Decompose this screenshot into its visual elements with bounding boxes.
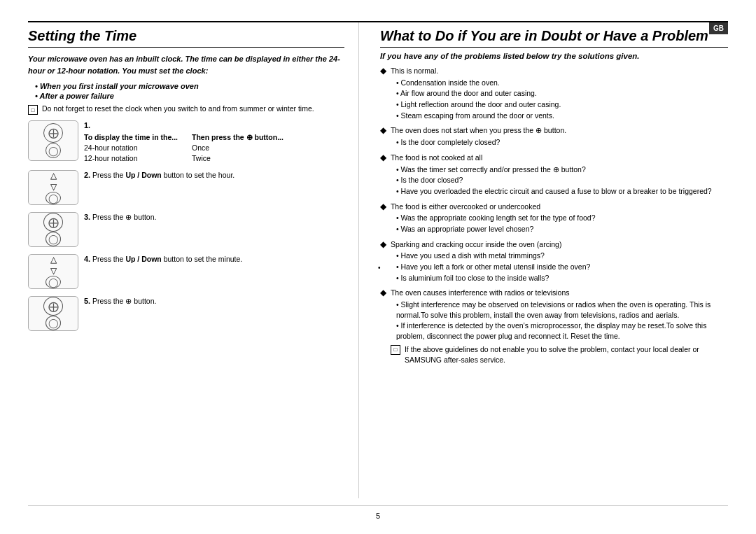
bullet-item-1: When you first install your microwave ov…	[35, 82, 344, 90]
problem-6-content: The oven causes interference with radios…	[391, 288, 728, 370]
step-4: △ ▽ ◯ 4. Press the Up / Down button to s…	[28, 254, 344, 289]
step-2-content: 2. Press the Up / Down button to set the…	[84, 170, 344, 181]
problem-3-bullets: Was the timer set correctly and/or press…	[391, 164, 712, 197]
problem-2-bullet-1: Is the door completely closed?	[396, 137, 566, 148]
step-1-col1-item2: 12-hour notation	[84, 154, 137, 162]
power-button-5: ◯	[46, 316, 61, 330]
problem-3-bullet-2: Is the door closed?	[396, 175, 712, 185]
problem-5-bullets: Have you used a dish with metal trimming…	[391, 251, 590, 283]
step-5: ⨁ ◯ 5. Press the ⊕ button.	[28, 296, 344, 331]
step-1-col2-item1: Once	[192, 143, 209, 152]
step-3-content: 3. Press the ⊕ button.	[84, 212, 344, 223]
step-5-num: 5.	[84, 297, 90, 305]
step-1: ⨁ ◯ 1. To display the time in the... 24-…	[28, 120, 344, 163]
gb-badge: GB	[709, 22, 728, 34]
problem-5-content: Sparking and cracking occur inside the o…	[391, 239, 590, 284]
oven-diagram-4: △ ▽ ◯	[28, 254, 78, 289]
step-1-col1-item1: 24-hour notation	[84, 143, 137, 152]
right-subtitle: If you have any of the problems listed b…	[380, 52, 728, 60]
problem-1-bullet-2: Air flow around the door and outer casin…	[396, 88, 561, 99]
updown-arrows-2: △ ▽	[50, 171, 57, 192]
note-text: Do not forget to reset the clock when yo…	[42, 104, 314, 113]
step-4-content: 4. Press the Up / Down button to set the…	[84, 254, 344, 265]
problem-4-bullet-2: Was an appropriate power level chosen?	[396, 224, 596, 234]
problem-5-text: Sparking and cracking occur inside the o…	[391, 240, 562, 248]
note-icon: □	[28, 105, 38, 115]
problem-6-bullet-2: If interference is detected by the oven’…	[396, 321, 728, 341]
problem-item-3: ◆ The food is not cooked at all Was the …	[380, 153, 728, 197]
plus-button-5: ⨁	[43, 297, 63, 316]
problem-4-text: The food is either overcooked or underco…	[391, 202, 540, 211]
updown-arrows-4: △ ▽	[50, 255, 57, 276]
problem-6-bullets: Slight interference may be observed on t…	[391, 300, 728, 342]
problem-1-bullets: Condensation inside the oven. Air flow a…	[391, 78, 561, 121]
step-4-num: 4.	[84, 255, 90, 263]
problem-item-1: ◆ This is normal. Condensation inside th…	[380, 66, 728, 121]
step-2: △ ▽ ◯ 2. Press the Up / Down button to s…	[28, 170, 344, 205]
diamond-2: ◆	[380, 125, 386, 136]
problem-item-6: ◆ The oven causes interference with radi…	[380, 288, 728, 370]
diamond-1: ◆	[380, 66, 386, 77]
left-column: Setting the Time Your microwave oven has…	[28, 22, 359, 498]
problem-6-text: The oven causes interference with radios…	[391, 288, 570, 297]
note-text-6: If the above guidelines do not enable yo…	[405, 344, 728, 365]
right-column: GB What to Do if You are in Doubt or Hav…	[373, 22, 728, 498]
problem-4-bullets: Was the appropriate cooking length set f…	[391, 213, 596, 234]
plus-button-1: ⨁	[43, 123, 63, 143]
oven-diagram-1: ⨁ ◯	[28, 120, 78, 161]
problem-6-bullet-1: Slight interference may be observed on t…	[396, 300, 728, 320]
step-3-num: 3.	[84, 213, 90, 221]
oven-diagram-3: ⨁ ◯	[28, 212, 78, 247]
diamond-3: ◆	[380, 153, 386, 164]
problem-1-bullet-3: Light reflection around the door and out…	[396, 99, 561, 110]
step-3: ⨁ ◯ 3. Press the ⊕ button.	[28, 212, 344, 247]
right-title: What to Do if You are in Doubt or Have a…	[380, 28, 728, 44]
problem-item-4: ◆ The food is either overcooked or under…	[380, 202, 728, 235]
step-5-content: 5. Press the ⊕ button.	[84, 296, 344, 307]
bullet-item-2: After a power failure	[35, 92, 344, 100]
page: Setting the Time Your microwave oven has…	[0, 0, 756, 534]
step-1-num: 1.	[84, 121, 90, 129]
problem-2-content: The oven does not start when you press t…	[391, 125, 566, 148]
problem-2-bullets: Is the door completely closed?	[391, 137, 566, 148]
problem-5-bullet-2: Have you left a fork or other metal uten…	[396, 262, 590, 272]
problem-4-bullet-1: Was the appropriate cooking length set f…	[396, 213, 596, 223]
center-bullet: •	[378, 263, 381, 271]
step-1-col1: To display the time in the... 24-hour no…	[84, 132, 178, 163]
step-1-content: 1. To display the time in the... 24-hour…	[84, 120, 344, 163]
problem-4-content: The food is either overcooked or underco…	[391, 202, 596, 235]
diamond-5: ◆	[380, 239, 386, 251]
note-icon-6: □	[391, 345, 400, 355]
problem-5-bullet-3: Is aluminium foil too close to the insid…	[396, 273, 590, 283]
page-number: 5	[28, 505, 728, 520]
problem-3-content: The food is not cooked at all Was the ti…	[391, 153, 712, 197]
oven-diagram-5: ⨁ ◯	[28, 296, 78, 331]
problem-3-bullet-3: Have you overloaded the electric circuit…	[396, 186, 712, 197]
power-button-1: ◯	[46, 143, 61, 158]
step-1-col2-head: Then press the ⊕ button...	[192, 133, 284, 141]
step-1-col2-item2: Twice	[192, 154, 211, 162]
problem-1-bullet-4: Steam escaping from around the door or v…	[396, 111, 561, 121]
problem-item-5: ◆ Sparking and cracking occur inside the…	[380, 239, 728, 284]
oven-diagram-2: △ ▽ ◯	[28, 170, 78, 205]
step-2-num: 2.	[84, 171, 90, 179]
left-title: Setting the Time	[28, 28, 344, 48]
power-button-4: ◯	[46, 276, 61, 288]
left-intro: Your microwave oven has an inbuilt clock…	[28, 53, 344, 76]
problem-3-text: The food is not cooked at all	[391, 153, 482, 162]
plus-button-3: ⨁	[43, 213, 63, 232]
problem-6-note: □ If the above guidelines do not enable …	[391, 344, 728, 365]
step-1-col2: Then press the ⊕ button... Once Twice	[192, 132, 284, 163]
power-button-3: ◯	[46, 232, 61, 246]
note-row: □ Do not forget to reset the clock when …	[28, 104, 344, 115]
problem-1-text: This is normal.	[391, 66, 438, 75]
power-button-2: ◯	[46, 192, 61, 204]
problem-1-content: This is normal. Condensation inside the …	[391, 66, 561, 121]
problem-3-bullet-1: Was the timer set correctly and/or press…	[396, 164, 712, 175]
problem-5-bullet-1: Have you used a dish with metal trimming…	[396, 251, 590, 261]
diamond-6: ◆	[380, 288, 386, 299]
problem-1-bullet-1: Condensation inside the oven.	[396, 78, 561, 88]
bullet-list: When you first install your microwave ov…	[28, 82, 344, 100]
step-1-col1-head: To display the time in the...	[84, 133, 178, 141]
diamond-4: ◆	[380, 202, 386, 213]
